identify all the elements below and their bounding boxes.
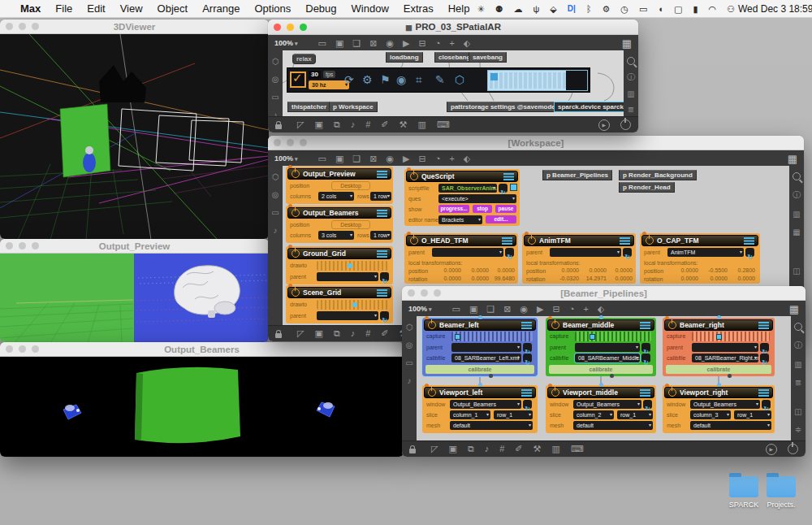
shortcuts-icon[interactable]: ⌨ <box>571 444 584 454</box>
snapshot-icon[interactable]: ◫ <box>793 267 800 276</box>
mesh-dropdown[interactable]: default <box>690 421 771 430</box>
info-icon[interactable]: ⓘ <box>794 340 802 351</box>
module-header[interactable]: Output_Beamers <box>287 207 391 219</box>
piano-icon[interactable]: ▥ <box>417 119 425 130</box>
keyboard-icon[interactable]: ▭ <box>639 0 647 18</box>
minimize-button[interactable] <box>287 24 294 31</box>
module-header[interactable]: QueScript <box>406 171 518 182</box>
rot-x[interactable]: 0.0000 <box>437 275 461 283</box>
power-icon[interactable] <box>428 388 436 397</box>
module-header[interactable]: Viewport_right <box>664 387 773 398</box>
calibrate-button[interactable]: calibrate <box>549 365 653 374</box>
menu-icon[interactable] <box>744 237 754 239</box>
menu-icon[interactable] <box>521 389 532 391</box>
power-icon[interactable] <box>292 289 300 297</box>
presentation-icon[interactable]: ▣ <box>448 444 456 454</box>
parent-dropdown[interactable] <box>317 311 378 320</box>
power-icon[interactable] <box>620 119 631 130</box>
power-icon[interactable] <box>788 444 798 454</box>
number-box-icon[interactable]: ⊟ <box>553 304 560 315</box>
dial-icon[interactable]: ◔ <box>435 38 441 49</box>
presentation-icon[interactable]: ▣ <box>314 328 322 339</box>
refresh-icon[interactable] <box>760 354 769 362</box>
paint-icon[interactable]: ⬖ <box>464 38 470 49</box>
power-icon[interactable] <box>646 236 654 245</box>
drawto-strip[interactable] <box>317 300 388 310</box>
grid-icon[interactable]: # <box>365 119 370 130</box>
zoom-button[interactable] <box>32 23 39 30</box>
module-header[interactable]: Scene_Grid <box>287 287 391 298</box>
list-icon[interactable]: ≣ <box>795 378 801 387</box>
node-graph-icon[interactable]: ⌗ <box>416 72 422 88</box>
row-dropdown[interactable]: row_1 <box>734 410 771 419</box>
sharing-icon[interactable]: ⚉ <box>495 0 503 18</box>
button-icon[interactable]: ◉ <box>520 304 528 315</box>
row-dropdown[interactable]: row_1 <box>617 410 653 419</box>
column-dropdown[interactable]: column_2 <box>573 410 614 419</box>
menu-item-arrange[interactable]: Arrange <box>195 2 247 15</box>
inspector-icon[interactable]: ◸ <box>297 119 304 130</box>
playbar-icon[interactable]: ▶ <box>403 154 409 164</box>
wifi-icon[interactable]: ◠ <box>708 0 716 18</box>
progress-button[interactable]: progress... <box>438 205 469 213</box>
object-render-head[interactable]: p Render_Head <box>619 182 675 193</box>
columns-icon[interactable]: ▥ <box>627 89 634 98</box>
rows-dropdown[interactable]: 1 row <box>370 192 391 201</box>
menu-item-object[interactable]: Object <box>150 2 196 15</box>
cloud-icon[interactable]: ☁ <box>514 0 523 18</box>
pos-z[interactable]: 0.0000 <box>608 267 633 275</box>
module-header[interactable]: Beamer_left <box>424 319 536 331</box>
power-icon[interactable] <box>410 236 418 245</box>
object-relax[interactable]: relax <box>292 54 316 64</box>
pos-x[interactable]: 0.0000 <box>674 267 698 275</box>
calibfile-dropdown[interactable]: 08_SARBeamer_Right.xml <box>692 354 758 362</box>
zoom-button[interactable] <box>300 139 307 146</box>
message-box-icon[interactable]: ▣ <box>469 304 477 315</box>
calibrate-button[interactable]: calibrate <box>666 365 771 374</box>
note-icon[interactable]: ♪ <box>408 376 412 385</box>
keys-icon[interactable]: ✳ <box>477 0 484 18</box>
presentation-icon[interactable]: ▣ <box>314 119 322 130</box>
pos-z[interactable]: 0.0000 <box>490 267 515 275</box>
pos-y[interactable]: -0.5500 <box>703 267 728 275</box>
toggle-icon[interactable]: ⊠ <box>503 304 511 315</box>
capture-strip[interactable] <box>451 332 533 341</box>
refresh-icon[interactable] <box>641 354 650 362</box>
columns-icon[interactable]: ▥ <box>793 210 800 219</box>
audio-icon[interactable]: ♪ <box>485 444 490 454</box>
rot-y[interactable]: 0.0000 <box>703 275 728 283</box>
number-box-icon[interactable]: ⊟ <box>419 38 426 49</box>
editor-dropdown[interactable]: Brackets <box>438 215 482 224</box>
power-icon[interactable] <box>551 388 559 397</box>
target-icon[interactable]: ◎ <box>406 341 413 349</box>
audio-icon[interactable]: ♪ <box>351 328 356 339</box>
dial-icon[interactable]: ◔ <box>569 304 575 315</box>
dropbox-icon[interactable]: ⬙ <box>550 0 556 18</box>
rot-y[interactable]: 14.2971 <box>582 275 607 283</box>
menu-icon[interactable] <box>640 322 650 323</box>
calibfile-dropdown[interactable]: 08_SARBeamer_Left.xml <box>451 354 521 362</box>
module-header[interactable]: O_CAP_TFM <box>641 235 758 246</box>
close-button[interactable] <box>274 139 281 146</box>
message-box-icon[interactable]: ▣ <box>335 154 343 164</box>
stop-button[interactable]: stop <box>473 205 492 213</box>
folder-projects[interactable] <box>767 476 796 497</box>
comment-icon[interactable]: ❑ <box>352 154 361 164</box>
menu-item-help[interactable]: Help <box>441 2 477 15</box>
pause-button[interactable]: pause <box>495 205 516 213</box>
lock-icon[interactable] <box>409 449 416 453</box>
search-icon[interactable] <box>627 57 635 65</box>
columns-dropdown[interactable]: 3 cols <box>318 231 354 240</box>
pos-x[interactable]: 0.0000 <box>555 267 579 275</box>
button-icon[interactable]: ◉ <box>386 38 394 49</box>
menu-icon[interactable] <box>377 210 387 211</box>
scriptfile-dropdown[interactable]: SAR_ObserverAnim.que <box>438 184 497 193</box>
minimize-button[interactable] <box>19 345 26 353</box>
module-header[interactable]: Viewport_middle <box>547 387 654 398</box>
zoom-level[interactable]: 100% <box>274 39 298 47</box>
patching-icon[interactable]: ✐ <box>381 119 388 130</box>
timemachine-icon[interactable]: ◷ <box>620 0 628 18</box>
module-header[interactable]: Output_Preview <box>287 168 391 180</box>
toggle-icon[interactable]: ⊠ <box>369 38 377 49</box>
object-sparck-device[interactable]: sparck.device sparck <box>554 102 624 112</box>
